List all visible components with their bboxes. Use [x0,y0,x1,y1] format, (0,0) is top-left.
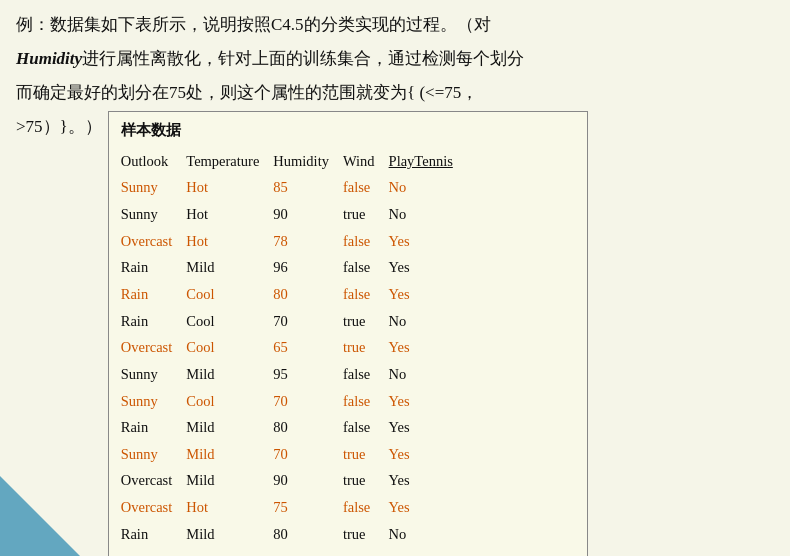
table-row: SunnyCool70falseYes [121,388,467,415]
cell-temperature: Hot [186,228,273,255]
cell-outlook: Overcast [121,494,187,521]
intro-humidity-italic: Humidity [16,49,82,68]
cell-outlook: Rain [121,308,187,335]
cell-outlook: Rain [121,254,187,281]
cell-humidity: 80 [273,281,343,308]
cell-wind: false [343,414,389,441]
cell-play-tennis: Yes [389,334,467,361]
cell-wind: false [343,254,389,281]
main-content: 例：数据集如下表所示，说明按照C4.5的分类实现的过程。（对 Humidity进… [0,0,790,556]
cell-play-tennis: Yes [389,494,467,521]
cell-outlook: Overcast [121,334,187,361]
cell-outlook: Overcast [121,228,187,255]
cell-humidity: 80 [273,521,343,548]
header-humidity: Humidity [273,148,343,175]
cell-outlook: Sunny [121,174,187,201]
cell-outlook: Sunny [121,441,187,468]
intro-line2: Humidity进行属性离散化，针对上面的训练集合，通过检测每个划分 [16,44,774,74]
cell-temperature: Hot [186,494,273,521]
cell-humidity: 65 [273,334,343,361]
cell-outlook: Sunny [121,201,187,228]
cell-play-tennis: Yes [389,228,467,255]
cell-temperature: Cool [186,334,273,361]
cell-wind: true [343,334,389,361]
cell-temperature: Mild [186,521,273,548]
cell-humidity: 90 [273,467,343,494]
cell-outlook: Sunny [121,388,187,415]
cell-humidity: 75 [273,494,343,521]
table-row: SunnyMild95falseNo [121,361,467,388]
cell-play-tennis: Yes [389,388,467,415]
cell-wind: false [343,228,389,255]
table-row: RainMild80trueNo [121,521,467,548]
table-row: SunnyHot90trueNo [121,201,467,228]
table-row: OvercastCool65trueYes [121,334,467,361]
cell-wind: true [343,308,389,335]
cell-temperature: Mild [186,467,273,494]
cell-play-tennis: No [389,521,467,548]
intro-line3: 而确定最好的划分在75处，则这个属性的范围就变为{ (<=75， [16,78,774,108]
cell-outlook: Rain [121,281,187,308]
cell-temperature: Mild [186,254,273,281]
data-table: Outlook Temperature Humidity Wind PlayTe… [121,148,467,548]
bottom-triangle-decoration [0,476,80,556]
cell-wind: false [343,281,389,308]
cell-play-tennis: No [389,308,467,335]
cell-humidity: 80 [273,414,343,441]
header-wind: Wind [343,148,389,175]
cell-play-tennis: No [389,201,467,228]
table-row: SunnyMild70trueYes [121,441,467,468]
intro-line2-text: 进行属性离散化，针对上面的训练集合，通过检测每个划分 [82,49,524,68]
cell-temperature: Cool [186,388,273,415]
intro-line1: 例：数据集如下表所示，说明按照C4.5的分类实现的过程。（对 [16,15,491,34]
header-play-tennis: PlayTennis [389,148,467,175]
cell-play-tennis: Yes [389,281,467,308]
cell-wind: true [343,521,389,548]
cell-humidity: 70 [273,388,343,415]
cell-wind: true [343,467,389,494]
cell-humidity: 90 [273,201,343,228]
table-row: SunnyHot85falseNo [121,174,467,201]
cell-wind: true [343,201,389,228]
cell-wind: false [343,174,389,201]
cell-play-tennis: Yes [389,414,467,441]
cell-humidity: 70 [273,308,343,335]
cell-wind: false [343,494,389,521]
cell-temperature: Cool [186,308,273,335]
cell-humidity: 78 [273,228,343,255]
intro-paragraph: 例：数据集如下表所示，说明按照C4.5的分类实现的过程。（对 [16,10,774,40]
cell-outlook: Rain [121,521,187,548]
cell-temperature: Mild [186,441,273,468]
cell-play-tennis: Yes [389,254,467,281]
cell-temperature: Mild [186,414,273,441]
svg-marker-0 [0,476,80,556]
cell-wind: true [343,441,389,468]
cell-play-tennis: No [389,361,467,388]
header-temperature: Temperature [186,148,273,175]
cell-humidity: 96 [273,254,343,281]
table-row: RainMild96falseYes [121,254,467,281]
cell-temperature: Mild [186,361,273,388]
cell-outlook: Rain [121,414,187,441]
table-row: OvercastHot75falseYes [121,494,467,521]
cell-humidity: 70 [273,441,343,468]
table-row: RainMild80falseYes [121,414,467,441]
cell-play-tennis: Yes [389,441,467,468]
table-row: OvercastHot78falseYes [121,228,467,255]
cell-wind: false [343,361,389,388]
closing-paren: >75）}。） [16,113,102,142]
cell-play-tennis: Yes [389,467,467,494]
cell-humidity: 85 [273,174,343,201]
table-row: OvercastMild90trueYes [121,467,467,494]
cell-play-tennis: No [389,174,467,201]
table-section: >75）}。） 样本数据 Outlook Temperature Humidit… [16,111,774,556]
table-row: RainCool80falseYes [121,281,467,308]
table-title: 样本数据 [121,118,575,144]
header-outlook: Outlook [121,148,187,175]
cell-temperature: Hot [186,201,273,228]
cell-temperature: Cool [186,281,273,308]
cell-outlook: Overcast [121,467,187,494]
cell-temperature: Hot [186,174,273,201]
intro-line3-text: 而确定最好的划分在75处，则这个属性的范围就变为{ (<=75， [16,83,478,102]
table-container: 样本数据 Outlook Temperature Humidity Wind P… [108,111,588,556]
